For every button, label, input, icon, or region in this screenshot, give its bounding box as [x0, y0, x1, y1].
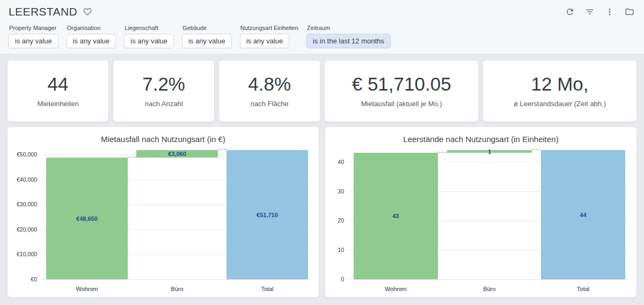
filter-list-icon[interactable] — [585, 7, 595, 17]
filter-label: Nutzungsart Einheiten — [240, 25, 298, 31]
filter-group-2: Organisationis any value — [67, 25, 116, 48]
y-axis: €50,000€40,000€30,000€20,000€10,000€0 — [14, 150, 42, 279]
bar-value-label: €51,710 — [257, 212, 278, 218]
bar-value-label: 1 — [488, 148, 491, 155]
filter-chip[interactable]: is any value — [124, 34, 174, 48]
kpi-value: € 51,710.05 — [352, 75, 451, 94]
filter-chip[interactable]: is in the last 12 months — [306, 34, 391, 48]
y-tick-label: €30,000 — [17, 201, 37, 207]
kpi-label: Mieteinheiten — [37, 100, 78, 108]
kpi-value: 44 — [48, 75, 69, 94]
kpi-card-3: 4.8%nach Fläche — [219, 61, 320, 122]
folder-icon[interactable] — [625, 7, 634, 17]
kpi-card-5: 12 Mo,ø Leerstandsdauer (Zeit abh.) — [483, 61, 636, 122]
waterfall-bar-total[interactable]: €51,710 — [226, 150, 308, 279]
y-tick-label: €50,000 — [17, 151, 37, 158]
x-category-label: Wohnen — [349, 286, 443, 292]
y-tick-label: 20 — [338, 217, 344, 224]
x-axis: WohnenBüroTotal — [349, 279, 630, 293]
chart-card-leerstaende: Leerstände nach Nutzungsart (in Einheite… — [325, 127, 636, 297]
more-vert-icon[interactable] — [605, 7, 614, 17]
chart-card-mietausfall: Mietausfall nach Nutzungsart (in €) €50,… — [8, 127, 319, 297]
waterfall-bar-büro[interactable]: €3,060 — [136, 150, 217, 158]
waterfall-connector — [532, 149, 541, 150]
y-tick-label: 30 — [338, 188, 344, 195]
filter-group-3: Liegenschaftis any value — [124, 25, 174, 48]
kpi-card-2: 7.2%nach Anzahl — [113, 61, 214, 122]
kpi-label: nach Anzahl — [145, 100, 183, 108]
bar-value-label: €48,650 — [76, 215, 98, 222]
waterfall-bar-wohnen[interactable]: €48,650 — [46, 158, 127, 279]
waterfall-connector — [128, 157, 137, 158]
waterfall-bar-total[interactable]: 44 — [541, 150, 625, 279]
filter-label: Organisation — [67, 25, 116, 31]
x-category-label: Büro — [443, 286, 537, 292]
filter-label: Zeitraum — [307, 25, 391, 31]
gridline — [349, 279, 628, 280]
plot-area: €48,650€3,060€51,710 — [42, 150, 312, 279]
filter-label: Gebäude — [182, 25, 232, 31]
kpi-label: nach Fläche — [251, 100, 289, 108]
y-tick-label: €40,000 — [17, 176, 37, 183]
kpi-label: ø Leerstandsdauer (Zeit abh.) — [514, 100, 606, 108]
y-axis: 403020100 — [332, 150, 349, 279]
page-title: LEERSTAND — [9, 5, 77, 18]
kpi-row: 44Mieteinheiten7.2%nach Anzahl4.8%nach F… — [8, 61, 636, 122]
x-category-label: Total — [222, 286, 312, 292]
filter-chip[interactable]: is any value — [9, 34, 58, 48]
filter-label: Property Manager — [9, 25, 58, 31]
bar-value-label: 43 — [392, 213, 399, 219]
bar-value-label: €3,060 — [168, 151, 186, 157]
kpi-label: Mietausfall (aktuell je Mo.) — [361, 100, 442, 108]
favorite-heart-icon[interactable] — [83, 7, 92, 17]
chart-title-mietausfall: Mietausfall nach Nutzungsart (in €) — [14, 130, 312, 150]
x-category-label: Total — [536, 286, 630, 292]
y-tick-label: 10 — [338, 247, 344, 253]
filter-chip[interactable]: is any value — [182, 34, 232, 48]
waterfall-connector — [438, 152, 447, 153]
filter-group-1: Property Manageris any value — [9, 25, 58, 48]
kpi-value: 7.2% — [142, 75, 185, 94]
plot-area: 43144 — [349, 150, 630, 279]
filter-group-4: Gebäudeis any value — [182, 25, 232, 48]
filter-group-5: Nutzungsart Einheitenis any value — [240, 25, 298, 48]
gridline — [42, 279, 310, 280]
filter-bar: Property Manageris any valueOrganisation… — [9, 25, 636, 48]
x-axis: WohnenBüroTotal — [42, 279, 312, 293]
filter-label: Liegenschaft — [125, 25, 174, 31]
top-actions — [565, 7, 636, 17]
refresh-icon[interactable] — [565, 7, 575, 17]
waterfall-connector — [218, 149, 227, 150]
topbar: LEERSTAND Property Manageris any valueOr… — [0, 0, 644, 54]
waterfall-bar-wohnen[interactable]: 43 — [354, 153, 438, 279]
y-tick-label: €0 — [31, 276, 37, 282]
kpi-card-1: 44Mieteinheiten — [8, 61, 108, 122]
y-tick-label: €20,000 — [17, 226, 37, 233]
filter-group-6: Zeitraumis in the last 12 months — [306, 25, 391, 48]
kpi-value: 12 Mo, — [531, 75, 589, 94]
kpi-card-4: € 51,710.05Mietausfall (aktuell je Mo.) — [325, 61, 478, 122]
x-category-label: Büro — [132, 286, 222, 292]
y-tick-label: 40 — [338, 159, 344, 165]
charts-row: Mietausfall nach Nutzungsart (in €) €50,… — [8, 127, 636, 297]
y-tick-label: €10,000 — [17, 251, 37, 257]
kpi-value: 4.8% — [248, 75, 291, 94]
x-category-label: Wohnen — [42, 286, 132, 292]
title-row: LEERSTAND — [9, 5, 636, 18]
y-tick-label: 0 — [341, 276, 344, 282]
chart-title-leerstaende: Leerstände nach Nutzungsart (in Einheite… — [332, 130, 630, 150]
filter-chip[interactable]: is any value — [67, 34, 116, 48]
bar-value-label: 44 — [580, 212, 587, 218]
filter-chip[interactable]: is any value — [240, 34, 290, 48]
waterfall-bar-büro[interactable]: 1 — [447, 150, 531, 153]
